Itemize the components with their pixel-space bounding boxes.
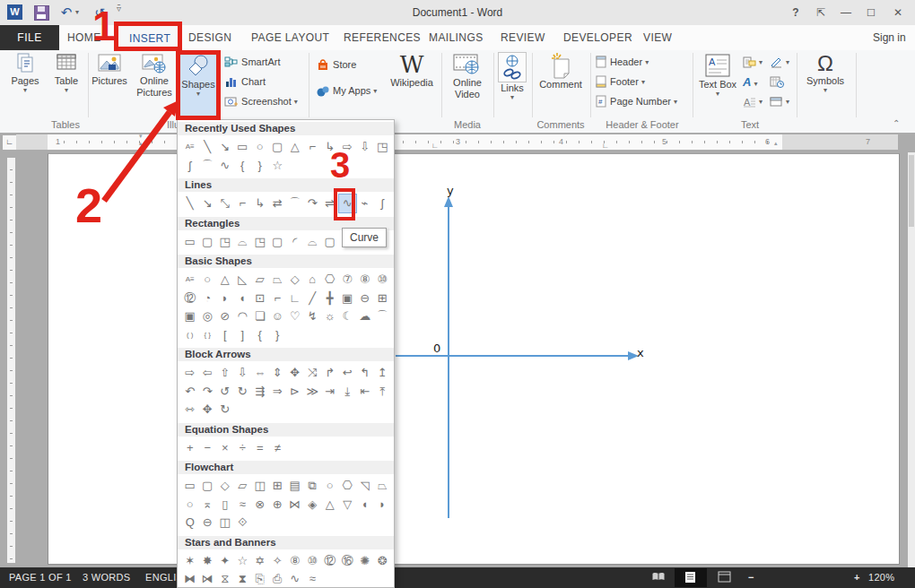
shape-star-16-point[interactable]: ⑯ — [339, 552, 357, 570]
footer-button[interactable]: Footer ▾ — [596, 75, 645, 91]
shape-block-arc[interactable]: ◠ — [234, 307, 252, 325]
shape-freeform[interactable]: ⌁ — [356, 195, 374, 212]
shape-bent-up-arrow[interactable]: ↥ — [374, 364, 392, 382]
shape-down-arrow[interactable]: ⇩ — [356, 138, 374, 156]
shape-extract[interactable]: △ — [321, 496, 339, 514]
shape-star-8-point[interactable]: ⑧ — [286, 552, 304, 570]
shape-merge[interactable]: ▽ — [339, 496, 357, 514]
shape-stored-data[interactable]: ◖ — [356, 496, 374, 514]
tab-stop-marker[interactable]: ∟ — [602, 142, 609, 150]
store-button[interactable]: Store — [316, 57, 356, 74]
shape-curved-arrow-connector[interactable]: ↷ — [304, 195, 322, 212]
document-page[interactable] — [48, 153, 900, 565]
symbols-button[interactable]: Ω Symbols ▾ — [804, 52, 847, 94]
shape-notched-right-arrow[interactable]: ⇒ — [269, 383, 287, 401]
shape-right-bracket[interactable]: ] — [234, 326, 252, 344]
date-time-button[interactable] — [770, 75, 784, 91]
shape-isosceles-triangle[interactable]: △ — [286, 138, 304, 156]
shape-donut[interactable]: ◎ — [199, 307, 217, 325]
wordart-button[interactable]: A ▾ — [743, 75, 757, 91]
shape-multidocument[interactable]: ⧉ — [304, 477, 322, 495]
shape-line[interactable]: ╲ — [199, 138, 217, 156]
shape-curved-up-arrow[interactable]: ↺ — [216, 383, 234, 401]
shape-explosion-1[interactable]: ✶ — [181, 552, 199, 570]
shape-dodecagon[interactable]: ⑫ — [181, 290, 199, 307]
shape-arrow[interactable]: ↘ — [199, 195, 217, 212]
shape-curved-up-ribbon[interactable]: ⧖ — [216, 570, 234, 588]
shape-striped-right-arrow[interactable]: ⇶ — [251, 383, 269, 401]
shape-star-12-point[interactable]: ⑫ — [321, 552, 339, 570]
tab-file[interactable]: FILE — [0, 25, 59, 50]
shape-manual-operation[interactable]: ⏢ — [374, 477, 392, 495]
shape-round-same-side-corner[interactable]: ⌓ — [304, 233, 322, 251]
shape-double-arrow[interactable]: ⤡ — [216, 195, 234, 212]
word-count-status[interactable]: 3 WORDS — [83, 572, 130, 583]
shape-curved-down-arrow[interactable]: ↻ — [234, 383, 252, 401]
shape-cube[interactable]: ⊞ — [374, 290, 392, 307]
shape-magnetic-disk[interactable]: ⊖ — [199, 514, 217, 532]
vertical-ruler[interactable] — [7, 158, 15, 563]
collapse-ribbon-icon[interactable]: ⌃ — [893, 118, 900, 128]
scrollbar-thumb[interactable] — [909, 155, 914, 227]
tab-view[interactable]: VIEW — [643, 25, 672, 50]
online-video-button[interactable]: Online Video — [444, 52, 491, 100]
shape-elbow-connector[interactable]: ⌐ — [304, 138, 322, 156]
shape-delay[interactable]: ◗ — [374, 496, 392, 514]
shape-chord[interactable]: ◖ — [234, 290, 252, 307]
shape-circular-arrow[interactable]: ↻ — [216, 401, 234, 419]
shape-display[interactable]: ⟐ — [234, 514, 252, 532]
smartart-button[interactable]: SmartArt — [224, 56, 280, 72]
web-layout-icon[interactable] — [718, 571, 731, 584]
shape-or[interactable]: ⊕ — [269, 496, 287, 514]
my-apps-button[interactable]: My Apps ▾ — [316, 84, 377, 100]
print-layout-icon[interactable] — [684, 571, 696, 585]
shape-collate[interactable]: ⋈ — [286, 496, 304, 514]
shape-octagon[interactable]: ⑧ — [356, 271, 374, 289]
shape-u-turn-arrow[interactable]: ↩ — [339, 364, 357, 382]
shape-star-24-point[interactable]: ✺ — [356, 552, 374, 570]
comment-button[interactable]: Comment — [535, 52, 587, 91]
shape-regular-pentagon[interactable]: ⌂ — [304, 271, 322, 289]
shape-star-6-point[interactable]: ✡ — [251, 552, 269, 570]
shape-up-arrow[interactable]: ⇧ — [216, 364, 234, 382]
shape-explosion-2[interactable]: ✸ — [199, 552, 217, 570]
shape-moon[interactable]: ☾ — [339, 307, 357, 325]
tab-stop-marker[interactable]: ∟ — [431, 142, 439, 150]
shape-left-brace[interactable]: { — [251, 326, 269, 344]
shape-teardrop[interactable]: ◗ — [216, 290, 234, 307]
shape-decision[interactable]: ◇ — [216, 477, 234, 495]
shape-direct-access-storage[interactable]: ◫ — [216, 514, 234, 532]
page-count-status[interactable]: PAGE 1 OF 1 — [9, 572, 72, 583]
pictures-button[interactable]: Pictures — [90, 52, 129, 87]
shape-wave[interactable]: ∿ — [286, 570, 304, 588]
shape-plaque[interactable]: ▣ — [339, 290, 357, 307]
shape-trapezoid[interactable]: ⏢ — [269, 271, 287, 289]
shape-double-brace[interactable]: { } — [199, 326, 217, 344]
shape-text-box[interactable]: A≡ — [181, 271, 199, 289]
chart-button[interactable]: Chart — [224, 75, 266, 91]
shape-frame[interactable]: ⊡ — [251, 290, 269, 307]
shape-double-bracket[interactable]: ( ) — [181, 326, 199, 344]
shape-equal[interactable]: = — [251, 439, 269, 457]
shape-left-right-up-arrow[interactable]: ⤨ — [304, 364, 322, 382]
shape-manual-input[interactable]: ◹ — [356, 477, 374, 495]
shape-round-diagonal-corner[interactable]: ▢ — [321, 233, 339, 251]
shape-alternate-process[interactable]: ▢ — [199, 477, 217, 495]
shape-preparation[interactable]: ⎔ — [339, 477, 357, 495]
shape-minus[interactable]: − — [199, 439, 217, 457]
shape-snip-single-corner[interactable]: ◳ — [216, 233, 234, 251]
wikipedia-button[interactable]: W Wikipedia — [386, 52, 438, 89]
screenshot-button[interactable]: Screenshot ▾ — [224, 95, 298, 111]
shape-half-frame[interactable]: ⌐ — [269, 290, 287, 307]
shape-summing-junction[interactable]: ⊗ — [251, 496, 269, 514]
shape-star-32-point[interactable]: ❂ — [374, 552, 392, 570]
shape-rounded-rectangle[interactable]: ▢ — [199, 233, 217, 251]
shape-left-bracket[interactable]: [ — [216, 326, 234, 344]
links-button[interactable]: Links ▾ — [496, 52, 528, 101]
shape-heptagon[interactable]: ⑦ — [339, 271, 357, 289]
tab-page-layout[interactable]: PAGE LAYOUT — [251, 25, 329, 50]
shape-star-5-point[interactable]: ☆ — [269, 157, 287, 175]
shape-right-brace[interactable]: } — [269, 326, 287, 344]
shape-left-brace[interactable]: { — [234, 157, 252, 175]
maximize-icon[interactable]: ☐ — [863, 5, 879, 20]
